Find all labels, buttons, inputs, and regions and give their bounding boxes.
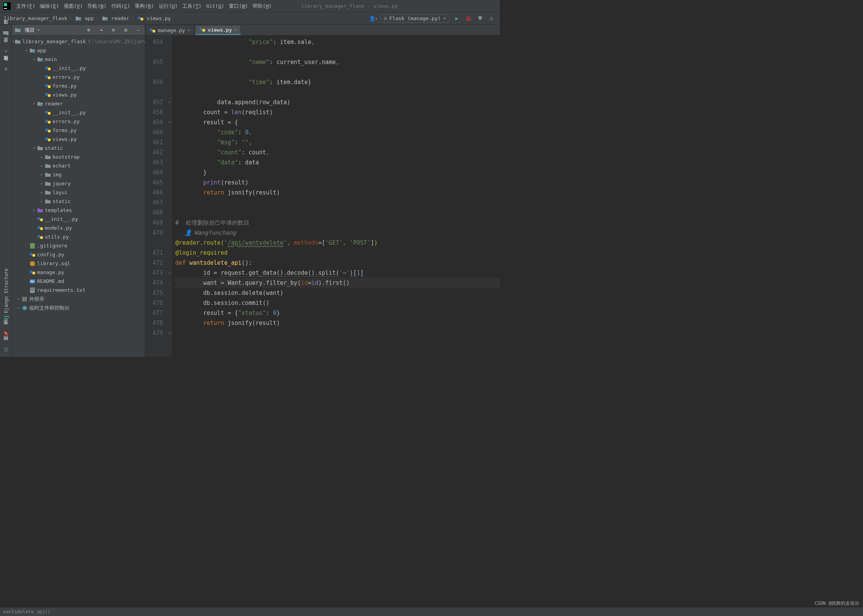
tree-row[interactable]: requirements.txt xyxy=(12,286,145,294)
close-icon[interactable]: × xyxy=(234,27,237,32)
expand-all-button[interactable]: ⇥ xyxy=(97,26,105,34)
tree-row[interactable]: ▾main xyxy=(12,55,145,64)
code-line[interactable]: result = {"status": 0} xyxy=(175,308,500,318)
tree-row[interactable]: ▸echart xyxy=(12,161,145,170)
tree-arrow-icon[interactable]: ▾ xyxy=(31,57,37,61)
code-editor[interactable]: 4544554564574584594604614624634644654664… xyxy=(145,36,500,357)
fold-marker[interactable]: ⊖ xyxy=(167,97,172,107)
hide-panel-button[interactable]: — xyxy=(134,26,142,34)
code-line[interactable]: "code": 0, xyxy=(175,127,500,137)
tree-arrow-icon[interactable]: ▾ xyxy=(31,102,37,106)
tree-row[interactable]: __init__.py xyxy=(12,108,145,117)
project-tree[interactable]: ▾library_manager_flaskC:\Users\Mr.Zhijun… xyxy=(12,36,145,357)
tree-row[interactable]: forms.py xyxy=(12,126,145,135)
fold-marker[interactable] xyxy=(167,198,172,208)
crumb-project[interactable]: library_manager_flask xyxy=(4,15,67,21)
code-line[interactable]: } xyxy=(175,168,500,178)
code-line[interactable]: "name": current_user.name, xyxy=(175,57,500,67)
code-line[interactable]: db.session.commit() xyxy=(175,298,500,308)
code-line[interactable]: def wantsdelete_api(): xyxy=(175,258,500,268)
code-line[interactable]: "count": count, xyxy=(175,147,500,157)
code-line[interactable]: "msg": "", xyxy=(175,137,500,147)
crumb-file[interactable]: views.py xyxy=(147,15,171,21)
fold-marker[interactable]: ⊖ xyxy=(167,117,172,127)
tree-arrow-icon[interactable]: ▸ xyxy=(39,199,45,203)
tree-row[interactable]: .gitignore xyxy=(12,241,145,250)
fold-marker[interactable] xyxy=(167,137,172,147)
fold-marker[interactable] xyxy=(167,67,172,77)
fold-marker[interactable] xyxy=(167,288,172,298)
profile-button[interactable]: ◷ xyxy=(487,14,496,23)
tree-arrow-icon[interactable]: ▾ xyxy=(31,146,37,150)
tree-row[interactable]: models.py xyxy=(12,223,145,232)
tree-row[interactable]: ▾app xyxy=(12,46,145,55)
code-line[interactable] xyxy=(175,47,500,57)
add-user-icon[interactable]: 👤+ xyxy=(369,14,377,23)
run-configuration-select[interactable]: ⚙ Flask (manage.py) ▾ xyxy=(380,14,449,23)
fold-marker[interactable] xyxy=(167,208,172,218)
fold-marker[interactable] xyxy=(167,248,172,258)
structure-toolwindow-button[interactable]: ☷结构 xyxy=(3,343,9,354)
chevron-down-icon[interactable]: ▾ xyxy=(37,27,40,33)
code-line[interactable] xyxy=(175,208,500,218)
code-line[interactable]: result = { xyxy=(175,117,500,127)
tree-arrow-icon[interactable]: ▾ xyxy=(23,48,29,52)
tree-row[interactable]: ▸外部库 xyxy=(12,294,145,303)
code-line[interactable]: want = Want.query.filter_by(id=id).first… xyxy=(175,278,500,288)
bookmarks-toolwindow-button[interactable]: 🔖书签 xyxy=(3,327,9,338)
tree-row[interactable]: ▾reader xyxy=(12,99,145,108)
tree-arrow-icon[interactable]: ▸ xyxy=(39,164,45,168)
folding-column[interactable]: ⊖⊖⊖|⊖ xyxy=(167,36,172,357)
fold-marker[interactable] xyxy=(167,127,172,137)
code-line[interactable] xyxy=(175,67,500,77)
fold-marker[interactable] xyxy=(167,107,172,117)
menu-item[interactable]: 代码(C) xyxy=(109,0,132,12)
fold-marker[interactable] xyxy=(167,318,172,328)
tree-row[interactable]: README.md xyxy=(12,277,145,286)
tree-row[interactable]: manage.py xyxy=(12,268,145,277)
fold-marker[interactable] xyxy=(167,77,172,87)
fold-marker[interactable] xyxy=(167,37,172,47)
tree-row[interactable]: ▸img xyxy=(12,170,145,179)
crumb-app[interactable]: app xyxy=(85,15,93,21)
code-line[interactable]: return jsonify(result) xyxy=(175,188,500,198)
tree-arrow-icon[interactable]: ▸ xyxy=(15,306,22,310)
fold-marker[interactable] xyxy=(167,157,172,168)
code-line[interactable]: @login_required xyxy=(175,248,500,258)
code-line[interactable]: count = len(reqlist) xyxy=(175,107,500,117)
pullrequests-toolwindow-button[interactable]: ⎋拉取请求 xyxy=(3,63,9,73)
code-line[interactable]: db.session.delete(want) xyxy=(175,288,500,298)
tree-row[interactable]: forms.py xyxy=(12,81,145,90)
crumb-reader[interactable]: reader xyxy=(111,15,129,21)
collapse-all-button[interactable]: ≡ xyxy=(109,26,118,34)
fold-marker[interactable] xyxy=(167,147,172,157)
coverage-button[interactable]: ⛊ xyxy=(476,14,484,23)
tree-row[interactable]: utils.py xyxy=(12,232,145,241)
menu-item[interactable]: 工具(T) xyxy=(180,0,203,12)
fold-marker[interactable] xyxy=(167,218,172,228)
tree-row[interactable]: ▾static xyxy=(12,144,145,152)
menu-item[interactable]: Git(G) xyxy=(204,0,227,12)
tree-row[interactable]: ▸static xyxy=(12,197,145,206)
django-structure-button[interactable]: djDjango Structure xyxy=(3,267,9,322)
fold-marker[interactable] xyxy=(167,258,172,268)
menu-item[interactable]: 重构(R) xyxy=(132,0,156,12)
tree-row[interactable]: __init__.py xyxy=(12,215,145,223)
code-line[interactable] xyxy=(175,87,500,97)
tree-row[interactable]: ▸layui xyxy=(12,188,145,197)
close-icon[interactable]: × xyxy=(187,28,190,33)
code-line[interactable]: data.append(row_data) xyxy=(175,97,500,107)
tree-row[interactable]: config.py xyxy=(12,250,145,259)
code-content[interactable]: "price": item.sale, "name": current_user… xyxy=(172,36,500,357)
fold-marker[interactable]: ⊖ xyxy=(167,268,172,278)
tree-arrow-icon[interactable]: ▸ xyxy=(39,173,45,177)
fold-marker[interactable] xyxy=(167,188,172,198)
project-toolwindow-button[interactable]: 项目 xyxy=(3,26,9,38)
fold-marker[interactable] xyxy=(167,298,172,308)
code-line[interactable]: id = request.get_data().decode().split('… xyxy=(175,268,500,278)
code-line[interactable]: "time": item.date} xyxy=(175,77,500,87)
code-line[interactable]: @reader.route('/api/wantsdelete', method… xyxy=(175,238,500,248)
code-line[interactable]: # 处理删除自己申请的数目 xyxy=(175,218,500,228)
tree-row[interactable]: views.py xyxy=(12,90,145,99)
tree-row[interactable]: ▾library_manager_flaskC:\Users\Mr.Zhijun… xyxy=(12,37,145,46)
